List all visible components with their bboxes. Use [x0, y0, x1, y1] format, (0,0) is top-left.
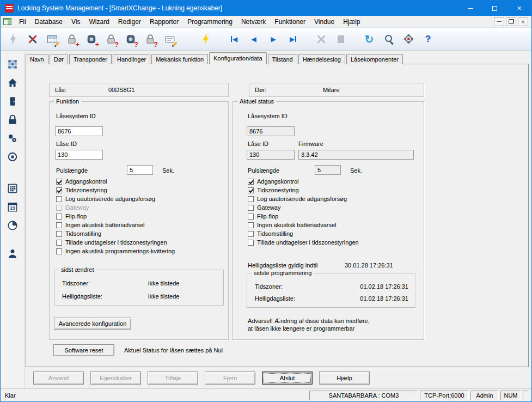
pulse-field[interactable]	[127, 165, 153, 175]
edit-card-button[interactable]	[162, 31, 178, 47]
tilfoje-button[interactable]: Tilføje	[148, 371, 198, 385]
software-reset-button[interactable]: Software reset	[53, 344, 114, 356]
lock-id-field[interactable]	[55, 150, 103, 160]
status-user-segment: Admin	[470, 391, 499, 400]
sidebar-lock-button[interactable]	[4, 112, 21, 128]
cancel-disabled-button[interactable]	[313, 31, 329, 47]
program-disabled-button[interactable]	[5, 31, 21, 47]
lock-icon	[7, 114, 19, 126]
tab-tilstand[interactable]: Tilstand	[268, 54, 297, 64]
firmware-field[interactable]	[298, 150, 414, 160]
read-transponder-button[interactable]: ?	[123, 31, 139, 47]
checkbox-flip-flop[interactable]: Flip-flop	[248, 212, 359, 221]
refresh-icon: ↻	[365, 34, 374, 45]
mdi-close-button[interactable]: ×	[518, 17, 528, 26]
checkbox-adgangskontrol[interactable]: Adgangskontrol	[248, 177, 359, 186]
anvend-button[interactable]: Anvend	[33, 371, 84, 385]
nav-prev-button[interactable]: ◀	[246, 31, 262, 47]
hjaelp-button[interactable]: Hjælp	[319, 371, 370, 385]
egenskaber-button[interactable]: Egenskaber	[90, 371, 141, 385]
menu-rediger[interactable]: Rediger	[114, 16, 145, 27]
tab-transponder[interactable]: Transponder	[69, 54, 112, 64]
disconnect-button[interactable]	[25, 31, 41, 47]
lock-id-field[interactable]	[247, 150, 295, 160]
read-lock-button[interactable]: ?	[103, 31, 119, 47]
checkbox-gateway[interactable]: Gateway	[248, 203, 359, 212]
sidebar-matrix-button[interactable]	[4, 56, 21, 72]
checkbox-tidsomstilling[interactable]: Tidsomstilling	[248, 229, 359, 238]
sidebar-cylinder-button[interactable]	[4, 149, 21, 165]
menu-vis[interactable]: Vis	[67, 16, 84, 27]
last-changed-tidszoner-label: Tidszoner:	[62, 280, 90, 287]
checkbox-box	[56, 231, 62, 237]
nav-end-disabled-button[interactable]: ▶	[333, 31, 349, 47]
system-id-field[interactable]	[55, 126, 103, 136]
tab-handlinger[interactable]: Handlinger	[113, 54, 150, 64]
checkbox-label: Log uautoriserede adgangsforsøg	[65, 196, 155, 202]
checkbox-tidsomstilling[interactable]: Tidsomstilling	[56, 229, 175, 238]
checkbox-box	[56, 248, 62, 254]
nav-next-button[interactable]: ▶	[265, 31, 282, 47]
system-id-field[interactable]	[247, 126, 295, 136]
checkbox-flip-flop[interactable]: Flip-flop	[56, 212, 175, 221]
tab-haendelseslog[interactable]: Hændelseslog	[298, 54, 345, 64]
menu-vindue[interactable]: Vindue	[310, 16, 339, 27]
menu-wizard[interactable]: Wizard	[85, 16, 114, 27]
read-mifare-lock-button[interactable]: ?	[142, 31, 158, 47]
checkbox-gateway[interactable]: Gateway	[56, 203, 175, 212]
checkbox-tillade-undtagelser[interactable]: Tillade undtagelser i tidszonestyringen	[56, 238, 175, 247]
advanced-config-button[interactable]: Avancerede konfiguration	[54, 318, 131, 330]
fjern-button[interactable]: Fjern	[205, 371, 255, 385]
software-reset-description: Aktuel Status for låsen sættes på Nul	[124, 347, 223, 354]
close-icon: ×	[517, 4, 521, 13]
tab-laasekomponenter[interactable]: Låsekomponenter	[346, 54, 403, 64]
program-button[interactable]	[198, 31, 214, 47]
menu-funktioner[interactable]: Funktioner	[270, 16, 310, 27]
sidebar-door-button[interactable]	[4, 93, 21, 109]
menu-fil[interactable]: Fil	[15, 16, 30, 27]
sidebar-home-button[interactable]	[4, 75, 21, 91]
tab-konfiguration-data[interactable]: Konfiguration/data	[209, 52, 266, 64]
checkbox-ingen-batteriadvarsel[interactable]: Ingen akustisk batteriadvarsel	[248, 221, 359, 229]
menu-programmering[interactable]: Programmering	[183, 16, 237, 27]
mdi-restore-button[interactable]	[506, 17, 516, 26]
checkbox-tillade-undtagelser[interactable]: Tillade undtagelser i tidszonestyringen	[248, 238, 359, 247]
nav-last-button[interactable]: ▶	[285, 31, 301, 47]
add-transponder-button[interactable]: +	[83, 31, 100, 47]
tab-navn[interactable]: Navn	[26, 54, 48, 64]
checkbox-ingen-batteriadvarsel[interactable]: Ingen akustisk batteriadvarsel	[56, 221, 175, 229]
afslut-button[interactable]: Afslut	[262, 371, 313, 385]
sidebar-keypad-button[interactable]	[4, 180, 21, 197]
filter-gear-button[interactable]	[400, 31, 417, 47]
sidebar-timezone-button[interactable]	[4, 217, 21, 234]
sidebar-user-button[interactable]	[4, 246, 21, 262]
checkbox-log-adgangsforsog[interactable]: Log uautoriserede adgangsforsøg	[248, 194, 359, 203]
nav-first-button[interactable]: ◀	[226, 31, 242, 47]
pulse-field[interactable]	[315, 165, 341, 175]
refresh-button[interactable]: ↻	[361, 31, 377, 47]
checkbox-ingen-programmerings-kvittering[interactable]: Ingen akustisk programmerings-kvittering	[56, 247, 175, 255]
maximize-button[interactable]	[482, 1, 507, 16]
help-button[interactable]: ?	[420, 31, 436, 47]
warning-text-line1: Advarsel! Ændring af disse data kan medf…	[248, 318, 370, 324]
menu-rapporter[interactable]: Rapporter	[145, 16, 183, 27]
search-button[interactable]	[381, 31, 397, 47]
sidebar-calendar-button[interactable]	[4, 199, 21, 215]
tab-mekanisk-funktion[interactable]: Mekanisk funktion	[151, 54, 208, 64]
close-button[interactable]: ×	[507, 1, 531, 16]
sidebar-transponder-button[interactable]	[4, 130, 21, 147]
add-lock-button[interactable]: +	[64, 31, 80, 47]
menu-database[interactable]: Database	[30, 16, 67, 27]
checkbox-log-adgangsforsog[interactable]: Log uautoriserede adgangsforsøg	[56, 194, 175, 203]
menu-hjaelp[interactable]: Hjælp	[339, 16, 364, 27]
tab-dor[interactable]: Dør	[50, 54, 68, 64]
minimize-button[interactable]	[458, 1, 482, 16]
checkbox-tidszonestyring[interactable]: Tidszonestyring	[248, 186, 359, 194]
checkbox-adgangskontrol[interactable]: Adgangskontrol	[56, 177, 175, 186]
holiday-valid-value: 30.01.28 17:26:31	[345, 262, 393, 269]
last-programming-tidszoner-label: Tidszoner:	[255, 283, 283, 290]
menu-netvaerk[interactable]: Netværk	[237, 16, 270, 27]
matrix-edit-button[interactable]	[44, 31, 60, 47]
checkbox-tidszonestyring[interactable]: Tidszonestyring	[56, 186, 175, 194]
mdi-minimize-button[interactable]	[494, 17, 504, 26]
